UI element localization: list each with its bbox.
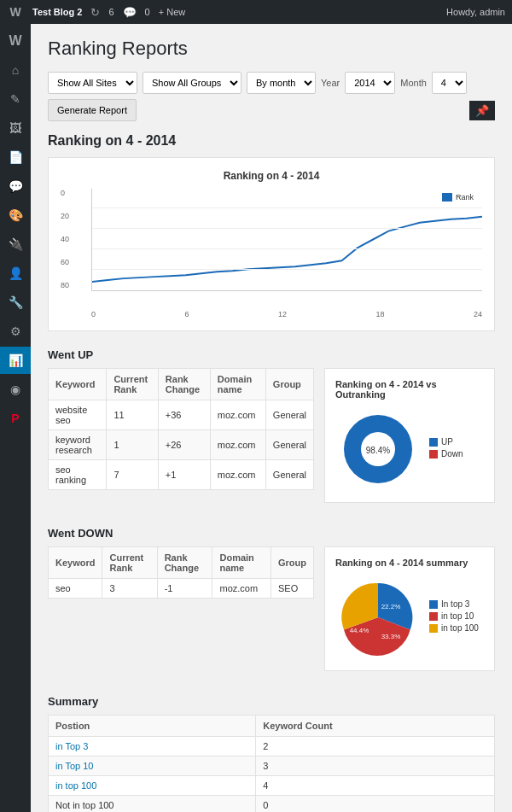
- sidebar-item-wp[interactable]: W: [0, 27, 31, 55]
- went-down-pie-title: Ranking on 4 - 2014 summary: [335, 558, 484, 568]
- pie-wrapper-up: 98.4% UP Down: [335, 406, 484, 492]
- sidebar-item-users[interactable]: 👤: [0, 260, 31, 287]
- sidebar-item-appearance[interactable]: 🎨: [0, 202, 31, 229]
- th-domain: Domain name: [210, 369, 265, 400]
- count-cell: 4: [256, 776, 495, 796]
- th-keyword: Keyword: [49, 369, 107, 400]
- position-link[interactable]: in Top 3: [55, 741, 88, 751]
- pie-legend-down-item: Down: [429, 449, 463, 459]
- position-text: Not in top 100: [55, 800, 114, 810]
- main-content: Ranking Reports Show All Sites Show All …: [31, 24, 512, 812]
- site-name[interactable]: Test Blog 2: [32, 7, 82, 17]
- top3-legend-box: [429, 600, 438, 609]
- site-select[interactable]: Show All Sites: [48, 72, 137, 94]
- summary-th-count: Keyword Count: [256, 716, 495, 737]
- down-th-current-rank: Current Rank: [102, 547, 157, 579]
- down-th-rank-change: Rank Change: [157, 547, 212, 579]
- pie-chart-summary: 22.2% 33.3% 44.4%: [335, 575, 421, 660]
- keyword-cell: seo ranking: [49, 460, 107, 490]
- generate-report-button[interactable]: Generate Report: [48, 99, 137, 121]
- grid-line-80: [92, 207, 482, 208]
- year-select[interactable]: 2014: [345, 72, 395, 94]
- sidebar-item-settings[interactable]: ⚙: [0, 318, 31, 345]
- new-link[interactable]: + New: [159, 7, 186, 17]
- th-current-rank: Current Rank: [107, 369, 158, 400]
- pending-count: 0: [145, 7, 150, 17]
- chart-legend: Rank: [442, 193, 474, 202]
- position-cell: in Top 10: [49, 757, 256, 776]
- keyword-cell: seo: [49, 579, 102, 599]
- group-cell: General: [265, 460, 313, 490]
- svg-text:33.3%: 33.3%: [381, 633, 401, 640]
- table-row: website seo 11 +36 moz.com General: [49, 400, 314, 430]
- sidebar-item-posts[interactable]: ✎: [0, 85, 31, 113]
- table-row: in top 100 4: [49, 776, 495, 796]
- group-cell: General: [265, 430, 313, 460]
- sidebar-item-pages[interactable]: 📄: [0, 143, 31, 171]
- count-cell: 2: [256, 737, 495, 757]
- grid-line-20: [92, 269, 482, 270]
- summary-table: Postion Keyword Count in Top 3 2 in Top …: [48, 715, 495, 812]
- summary-header-row: Postion Keyword Count: [49, 716, 495, 737]
- pie-legend-up-item: UP: [429, 437, 463, 447]
- sidebar-item-comments[interactable]: 💬: [0, 172, 31, 200]
- change-cell: +36: [158, 400, 210, 430]
- went-up-pie-section: Ranking on 4 - 2014 vs Outranking 98.4%: [324, 368, 495, 503]
- grid-line-40: [92, 248, 482, 249]
- sidebar-item-tools[interactable]: 🔧: [0, 289, 31, 316]
- page-title: Ranking Reports: [48, 38, 495, 60]
- top10-legend-box: [429, 612, 438, 621]
- position-link[interactable]: in Top 10: [55, 761, 93, 771]
- position-link[interactable]: in top 100: [55, 780, 96, 791]
- rank-cell: 1: [107, 430, 158, 460]
- pie-legend-top3: In top 3: [429, 599, 479, 609]
- period-select[interactable]: By month: [247, 72, 316, 94]
- sidebar-item-pinterest[interactable]: P: [0, 405, 31, 432]
- went-down-right: Ranking on 4 - 2014 summary: [324, 546, 495, 681]
- summary-th-position: Postion: [49, 716, 256, 737]
- chart-area: 80 60 40 20 0: [61, 189, 482, 308]
- sidebar: W ⌂ ✎ 🖼 📄 💬 🎨 🔌 👤 🔧 ⚙ 📊 ◉ P: [0, 24, 31, 812]
- went-up-pie-title: Ranking on 4 - 2014 vs Outranking: [335, 379, 484, 400]
- pin-button[interactable]: 📌: [469, 101, 495, 120]
- chart-svg: [92, 189, 482, 290]
- down-legend-box: [429, 450, 438, 459]
- count-cell: 0: [256, 796, 495, 813]
- toolbar: Show All Sites Show All Groups By month …: [48, 72, 495, 121]
- keyword-cell: website seo: [49, 400, 107, 430]
- sidebar-item-seo[interactable]: 📊: [0, 347, 31, 374]
- howdy-text: Howdy, admin: [446, 7, 505, 17]
- top100-legend-label: in top 100: [441, 623, 479, 633]
- sidebar-item-analytics[interactable]: ◉: [0, 376, 31, 403]
- domain-cell: moz.com: [210, 430, 265, 460]
- layout: W ⌂ ✎ 🖼 📄 💬 🎨 🔌 👤 🔧 ⚙ 📊 ◉ P Ranking Repo…: [0, 24, 512, 812]
- went-up-title: Went UP: [48, 348, 495, 361]
- th-group: Group: [265, 369, 313, 400]
- sidebar-item-media[interactable]: 🖼: [0, 114, 31, 142]
- went-down-table: Keyword Current Rank Rank Change Domain …: [48, 546, 314, 599]
- year-label: Year: [321, 78, 340, 88]
- went-up-left: Keyword Current Rank Rank Change Domain …: [48, 368, 314, 513]
- refresh-icon: ↻: [90, 6, 100, 19]
- sidebar-item-plugins[interactable]: 🔌: [0, 231, 31, 258]
- pie-legend-summary: In top 3 in top 10 in top 100: [429, 599, 479, 635]
- summary-section: Postion Keyword Count in Top 3 2 in Top …: [48, 715, 495, 812]
- rank-cell: 7: [107, 460, 158, 490]
- position-cell: in top 100: [49, 776, 256, 796]
- table-row: in Top 3 2: [49, 737, 495, 757]
- chart-inner: Rank: [91, 189, 482, 291]
- chart-y-labels: 80 60 40 20 0: [61, 189, 69, 291]
- group-select[interactable]: Show All Groups: [143, 72, 241, 94]
- month-select[interactable]: 4: [432, 72, 467, 94]
- svg-text:98.4%: 98.4%: [366, 446, 390, 455]
- domain-cell: moz.com: [212, 579, 271, 599]
- sidebar-item-dashboard[interactable]: ⌂: [0, 56, 31, 84]
- svg-text:44.4%: 44.4%: [350, 627, 369, 634]
- count-cell: 3: [256, 757, 495, 776]
- went-up-right: Ranking on 4 - 2014 vs Outranking 98.4%: [324, 368, 495, 513]
- rank-cell: 11: [107, 400, 158, 430]
- went-up-section: Keyword Current Rank Rank Change Domain …: [48, 368, 495, 513]
- pie-legend-up: UP Down: [429, 437, 463, 461]
- went-down-pie-section: Ranking on 4 - 2014 summary: [324, 546, 495, 671]
- table-row: seo ranking 7 +1 moz.com General: [49, 460, 314, 490]
